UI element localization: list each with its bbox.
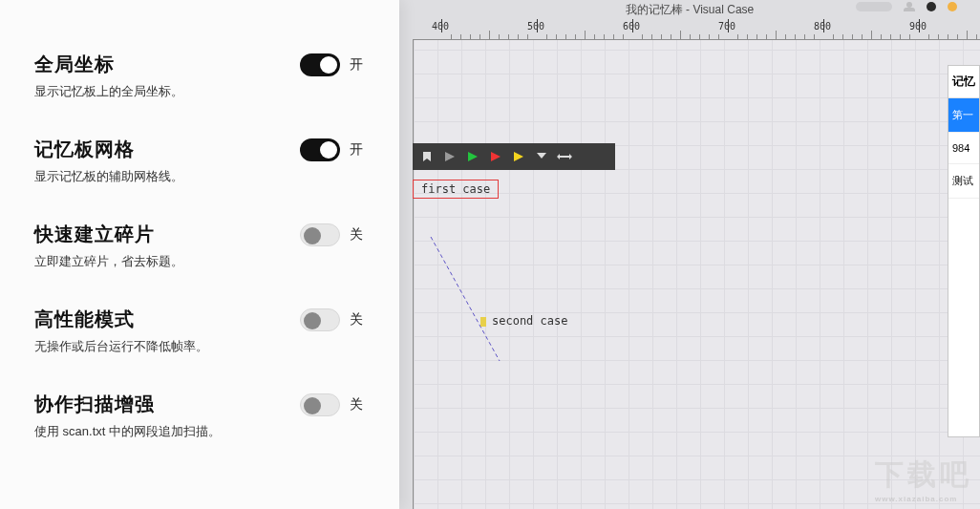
setting-desc: 使用 scan.txt 中的网段追加扫描。 xyxy=(34,423,300,440)
setting-title: 快速建立碎片 xyxy=(34,222,300,247)
watermark: 下载吧 www.xiazaiba.com xyxy=(875,456,972,503)
window-title: 我的记忆棒 - Visual Case xyxy=(626,2,754,18)
flag-red-icon[interactable] xyxy=(485,146,506,167)
toggle-collab-scan[interactable] xyxy=(300,393,340,416)
toggle-state-label: 关 xyxy=(350,226,363,244)
canvas[interactable] xyxy=(413,40,980,509)
dot-icon xyxy=(948,2,957,11)
setting-global-coords: 全局坐标 显示记忆板上的全局坐标。 开 xyxy=(34,52,363,100)
toggle-quick-fragment[interactable] xyxy=(300,223,340,246)
setting-desc: 立即建立碎片，省去标题。 xyxy=(34,253,300,270)
side-panel-header: 记忆 xyxy=(948,66,979,98)
floating-toolbar xyxy=(413,143,615,170)
bookmark-icon[interactable] xyxy=(416,146,437,167)
flag-grey-icon[interactable] xyxy=(439,146,460,167)
app-area: 我的记忆棒 - Visual Case 400500600700800900 f… xyxy=(399,0,980,509)
toggle-board-grid[interactable] xyxy=(300,138,340,161)
setting-quick-fragment: 快速建立碎片 立即建立碎片，省去标题。 关 xyxy=(34,222,363,270)
setting-title: 高性能模式 xyxy=(34,307,300,332)
flag-green-icon[interactable] xyxy=(462,146,483,167)
resize-horizontal-icon[interactable] xyxy=(554,146,575,167)
setting-high-perf: 高性能模式 无操作或后台运行不降低帧率。 关 xyxy=(34,307,363,355)
setting-title: 协作扫描增强 xyxy=(34,392,300,417)
toggle-high-perf[interactable] xyxy=(300,308,340,331)
settings-panel: 全局坐标 显示记忆板上的全局坐标。 开 记忆板网格 显示记忆板的辅助网格线。 开… xyxy=(0,0,399,509)
watermark-url: www.xiazaiba.com xyxy=(875,495,972,503)
titlebar-indicators xyxy=(856,2,957,11)
toggle-global-coords[interactable] xyxy=(300,53,340,76)
watermark-text: 下载吧 xyxy=(875,458,972,490)
chevron-down-icon[interactable] xyxy=(531,146,552,167)
svg-line-0 xyxy=(431,237,500,361)
dot-icon xyxy=(927,2,936,11)
toggle-state-label: 关 xyxy=(350,396,363,414)
user-icon[interactable] xyxy=(904,2,915,11)
side-panel-item[interactable]: 第一 xyxy=(948,98,979,133)
side-panel-item[interactable]: 984 xyxy=(948,133,979,164)
side-panel-item[interactable]: 测试 xyxy=(948,164,979,199)
toggle-state-label: 开 xyxy=(350,141,363,159)
title-bar: 我的记忆棒 - Visual Case xyxy=(399,0,980,19)
toggle-state-label: 开 xyxy=(350,56,363,74)
setting-desc: 显示记忆板上的全局坐标。 xyxy=(34,83,300,100)
ruler-horizontal: 400500600700800900 xyxy=(413,19,980,40)
setting-title: 全局坐标 xyxy=(34,52,300,77)
setting-desc: 无操作或后台运行不降低帧率。 xyxy=(34,338,300,355)
setting-title: 记忆板网格 xyxy=(34,137,300,162)
setting-desc: 显示记忆板的辅助网格线。 xyxy=(34,168,300,185)
side-panel-right: 记忆 第一 984 测试 xyxy=(948,65,980,437)
connection-line-icon xyxy=(427,231,513,365)
status-pill-icon xyxy=(856,2,892,11)
setting-collab-scan: 协作扫描增强 使用 scan.txt 中的网段追加扫描。 关 xyxy=(34,392,363,440)
case-node-first[interactable]: first case xyxy=(413,180,499,199)
setting-board-grid: 记忆板网格 显示记忆板的辅助网格线。 开 xyxy=(34,137,363,185)
flag-yellow-icon[interactable] xyxy=(508,146,529,167)
toggle-state-label: 关 xyxy=(350,311,363,329)
case-node-second[interactable]: second case xyxy=(480,314,567,328)
